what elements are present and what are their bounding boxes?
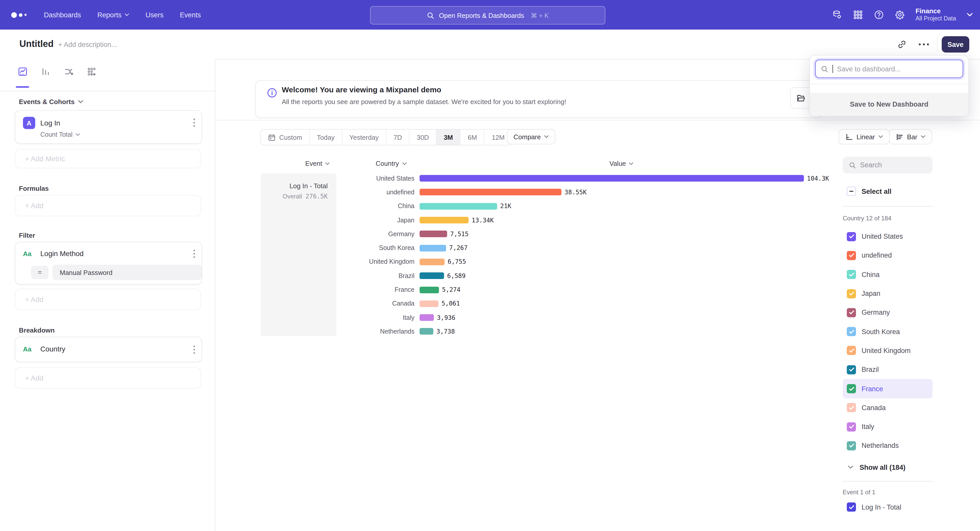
save-dashboard-search-input[interactable]: Save to dashboard... (815, 60, 963, 78)
metric-name[interactable]: Log In (40, 119, 60, 127)
breakdown-card-country[interactable]: Aa Country (15, 337, 202, 362)
project-switcher[interactable]: Finance All Project Data (915, 8, 956, 22)
range-custom[interactable]: Custom (261, 130, 309, 145)
bar-row-china: China21K (336, 199, 847, 213)
metric-card-login[interactable]: A Log In Count Total (15, 110, 202, 144)
project-chevron-down-icon[interactable] (967, 13, 973, 17)
legend-item-brazil[interactable]: Brazil (843, 360, 932, 379)
range-3m[interactable]: 3M (436, 130, 460, 145)
bar[interactable] (420, 217, 469, 223)
range-today[interactable]: Today (309, 130, 342, 145)
checkbox[interactable] (847, 384, 856, 393)
apps-grid-icon[interactable] (853, 10, 863, 20)
nav-item-dashboards[interactable]: Dashboards (44, 11, 81, 19)
filter-value[interactable]: Manual Password (52, 265, 202, 280)
select-all-row[interactable]: Select all (843, 187, 891, 196)
bar[interactable] (420, 244, 446, 251)
filter-operator[interactable]: = (31, 266, 48, 279)
date-range-control: CustomTodayYesterday7D30D3M6M12M (260, 129, 512, 145)
breakdown-kebab-icon[interactable] (193, 345, 196, 355)
add-formula-button[interactable]: + Add (15, 195, 201, 216)
mixpanel-logo-icon[interactable] (11, 12, 27, 17)
bar[interactable] (420, 203, 497, 209)
legend-item-canada[interactable]: Canada (843, 398, 932, 417)
legend-item-undefined[interactable]: undefined (843, 246, 932, 265)
filter-kebab-icon[interactable] (193, 249, 196, 258)
legend-item-united-kingdom[interactable]: United Kingdom (843, 341, 932, 360)
legend-search-input[interactable]: Search (843, 157, 932, 173)
metrics-section-header[interactable]: Events & Cohorts (19, 98, 83, 106)
tab-insights[interactable] (15, 64, 30, 79)
filter-card-login-method[interactable]: Aa Login Method = Manual Password (15, 242, 202, 285)
checkbox[interactable] (847, 365, 856, 374)
tab-funnels[interactable] (38, 64, 52, 79)
checkbox[interactable] (847, 441, 856, 450)
settings-gear-icon[interactable] (894, 10, 905, 20)
add-breakdown-button[interactable]: + Add (15, 367, 201, 389)
show-all-button[interactable]: Show all (184) (843, 460, 932, 475)
range-6m[interactable]: 6M (460, 130, 484, 145)
tab-flows[interactable] (61, 64, 76, 79)
legend-item-log-in-total[interactable]: Log In - Total (843, 502, 901, 512)
compare-button[interactable]: Compare (507, 129, 555, 144)
legend-item-france[interactable]: France (843, 379, 932, 398)
bar[interactable] (420, 189, 562, 196)
add-metric-button[interactable]: + Add Metric (15, 149, 201, 168)
metric-aggregation[interactable]: Count Total (40, 131, 80, 138)
legend-item-netherlands[interactable]: Netherlands (843, 436, 932, 455)
global-search-label: Open Reports & Dashboards (439, 11, 524, 19)
checkbox[interactable] (847, 289, 856, 298)
legend-item-south-korea[interactable]: South Korea (843, 322, 932, 341)
bar[interactable] (420, 258, 445, 265)
checkbox[interactable] (847, 346, 856, 355)
legend-item-germany[interactable]: Germany (843, 303, 932, 322)
checkbox[interactable] (847, 327, 856, 336)
bar[interactable] (420, 314, 434, 321)
metric-kebab-icon[interactable] (193, 118, 196, 127)
bar[interactable] (420, 231, 447, 238)
global-search-button[interactable]: Open Reports & Dashboards ⌘ + K (370, 6, 605, 24)
bar[interactable] (420, 328, 433, 335)
report-description-placeholder[interactable]: + Add description... (58, 41, 117, 48)
chart-type-button[interactable]: Bar (889, 129, 932, 144)
checkbox[interactable] (847, 232, 856, 241)
tab-retention[interactable] (84, 64, 99, 79)
checkbox[interactable] (847, 502, 856, 512)
range-7d[interactable]: 7D (386, 130, 409, 145)
nav-item-events[interactable]: Events (180, 11, 201, 19)
checkbox[interactable] (847, 308, 856, 317)
scale-selector-button[interactable]: Linear (838, 129, 890, 144)
filter-name[interactable]: Login Method (40, 249, 84, 258)
checkbox[interactable] (847, 251, 856, 260)
bar[interactable] (420, 175, 804, 182)
nav-item-reports[interactable]: Reports (97, 11, 129, 19)
series-cell[interactable]: Log In - Total Overall 276.5K (261, 173, 336, 336)
save-to-new-dashboard-button[interactable]: Save to New Dashboard (810, 93, 968, 116)
bar[interactable] (420, 273, 444, 279)
column-header-event[interactable]: Event (305, 160, 330, 167)
nav-item-users[interactable]: Users (145, 11, 164, 19)
column-header-value[interactable]: Value (609, 160, 634, 167)
more-options-icon[interactable] (918, 43, 929, 46)
checkbox[interactable] (847, 403, 856, 412)
range-30d[interactable]: 30D (409, 130, 436, 145)
legend-item-china[interactable]: China (843, 265, 932, 284)
copy-link-icon[interactable] (897, 39, 907, 49)
checkbox[interactable] (847, 422, 856, 431)
data-management-icon[interactable] (832, 10, 842, 20)
bar-row-united-states: United States104.3K (336, 171, 847, 185)
breakdown-name[interactable]: Country (40, 345, 65, 353)
range-yesterday[interactable]: Yesterday (342, 130, 386, 145)
help-icon[interactable] (873, 10, 884, 20)
legend-item-united-states[interactable]: United States (843, 227, 932, 246)
report-title[interactable]: Untitled (19, 39, 54, 49)
legend-item-japan[interactable]: Japan (843, 284, 932, 303)
save-button[interactable]: Save (942, 36, 969, 52)
bar[interactable] (420, 300, 438, 307)
checkbox[interactable] (847, 270, 856, 279)
column-header-country[interactable]: Country (375, 160, 407, 167)
bar[interactable] (420, 287, 439, 293)
select-all-checkbox[interactable] (847, 187, 856, 196)
legend-item-italy[interactable]: Italy (843, 417, 932, 436)
add-filter-button[interactable]: + Add (15, 289, 201, 310)
